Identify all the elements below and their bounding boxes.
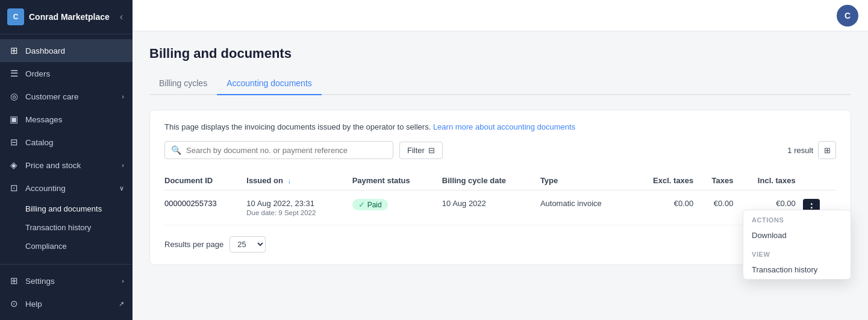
table-header: Document ID Issued on ↓ Payment status B… bbox=[164, 171, 836, 190]
actions-dropdown-menu: ACTIONS Download VIEW Transaction histor… bbox=[743, 210, 851, 280]
sidebar-item-messages[interactable]: ▣ Messages bbox=[0, 108, 133, 131]
col-issued-on[interactable]: Issued on ↓ bbox=[246, 171, 352, 190]
tab-accounting-documents[interactable]: Accounting documents bbox=[217, 74, 322, 95]
settings-icon: ⊞ bbox=[8, 275, 19, 286]
table-row: 000000255733 10 Aug 2022, 23:31 Due date… bbox=[164, 190, 836, 225]
sidebar: C Conrad Marketplace ‹ ⊞ Dashboard ☰ Ord… bbox=[0, 0, 133, 320]
help-icon: ⊙ bbox=[8, 298, 19, 309]
search-icon: 🔍 bbox=[171, 145, 181, 155]
main-content: C Billing and documents Billing cycles A… bbox=[133, 0, 868, 320]
avatar: C bbox=[837, 5, 858, 27]
check-icon: ✓ bbox=[358, 200, 365, 209]
paid-badge: ✓ Paid bbox=[352, 199, 388, 210]
sidebar-item-label: Dashboard bbox=[25, 46, 65, 55]
cell-taxes: €0.00 bbox=[701, 190, 740, 225]
sidebar-item-price-and-stock[interactable]: ◈ Price and stock › bbox=[0, 154, 133, 177]
learn-more-link[interactable]: Learn more about accounting documents bbox=[433, 122, 575, 131]
col-actions bbox=[803, 171, 836, 190]
sidebar-item-accounting[interactable]: ⊡ Accounting ∨ bbox=[0, 177, 133, 199]
chevron-right-icon: › bbox=[122, 93, 124, 100]
sidebar-item-label: Messages bbox=[25, 115, 63, 124]
cell-excl-taxes: €0.00 bbox=[635, 190, 701, 225]
search-input[interactable] bbox=[186, 146, 387, 155]
chevron-right-icon: › bbox=[122, 277, 124, 284]
sidebar-subitem-label: Compliance bbox=[25, 242, 67, 251]
sidebar-item-label: Customer care bbox=[25, 92, 79, 101]
logo-area: C Conrad Marketplace bbox=[7, 8, 110, 25]
data-table: Document ID Issued on ↓ Payment status B… bbox=[164, 171, 836, 225]
sidebar-item-label: Settings bbox=[25, 277, 55, 286]
sidebar-item-orders[interactable]: ☰ Orders bbox=[0, 62, 133, 85]
sidebar-item-catalog[interactable]: ⊟ Catalog bbox=[0, 131, 133, 154]
sidebar-subitem-label: Transaction history bbox=[25, 223, 91, 232]
col-taxes: Taxes bbox=[701, 171, 740, 190]
chevron-down-icon: ∨ bbox=[119, 184, 124, 192]
customer-care-icon: ◎ bbox=[8, 91, 19, 102]
cell-payment-status: ✓ Paid bbox=[352, 190, 442, 225]
sidebar-subitem-compliance[interactable]: Compliance bbox=[0, 237, 133, 256]
col-payment-status: Payment status bbox=[352, 171, 442, 190]
sidebar-header: C Conrad Marketplace ‹ bbox=[0, 0, 133, 34]
sidebar-item-help[interactable]: ⊙ Help ↗ bbox=[0, 292, 133, 315]
result-count: 1 result ⊞ bbox=[787, 141, 836, 159]
dashboard-icon: ⊞ bbox=[8, 45, 19, 56]
pagination-row: Results per page 25 50 100 bbox=[164, 236, 836, 253]
search-box: 🔍 bbox=[164, 141, 393, 159]
results-per-page-label: Results per page bbox=[164, 240, 223, 249]
cell-document-id: 000000255733 bbox=[164, 190, 246, 225]
per-page-select[interactable]: 25 50 100 bbox=[229, 236, 266, 253]
filter-label: Filter bbox=[407, 146, 425, 155]
col-incl-taxes: Incl. taxes bbox=[740, 171, 802, 190]
dropdown-view-label: VIEW bbox=[743, 245, 851, 260]
logo-icon: C bbox=[7, 8, 24, 25]
messages-icon: ▣ bbox=[8, 114, 19, 125]
sidebar-item-dashboard[interactable]: ⊞ Dashboard bbox=[0, 39, 133, 62]
sidebar-subitem-billing-documents[interactable]: Billing and documents bbox=[0, 199, 133, 218]
search-filter-row: 🔍 Filter ⊟ 1 result ⊞ bbox=[164, 141, 836, 159]
cell-billing-cycle-date: 10 Aug 2022 bbox=[442, 190, 540, 225]
sidebar-subitem-transaction-history[interactable]: Transaction history bbox=[0, 218, 133, 237]
tabs: Billing cycles Accounting documents bbox=[149, 74, 851, 95]
card-info-text: This page displays the invoicing documen… bbox=[164, 122, 836, 131]
col-excl-taxes: Excl. taxes bbox=[635, 171, 701, 190]
topbar: C bbox=[133, 0, 868, 31]
catalog-icon: ⊟ bbox=[8, 137, 19, 148]
col-billing-cycle-date: Billing cycle date bbox=[442, 171, 540, 190]
sidebar-footer: ⊞ Settings › ⊙ Help ↗ bbox=[0, 264, 133, 320]
sidebar-item-label: Help bbox=[25, 300, 42, 309]
sort-icon: ↓ bbox=[288, 177, 292, 184]
sidebar-item-label: Orders bbox=[25, 69, 50, 78]
page-title: Billing and documents bbox=[149, 46, 851, 61]
grid-view-button[interactable]: ⊞ bbox=[818, 141, 836, 159]
table-body: 000000255733 10 Aug 2022, 23:31 Due date… bbox=[164, 190, 836, 225]
sidebar-item-label: Catalog bbox=[25, 138, 54, 147]
sidebar-nav: ⊞ Dashboard ☰ Orders ◎ Customer care › ▣… bbox=[0, 34, 133, 264]
dropdown-transaction-history[interactable]: Transaction history bbox=[743, 260, 851, 279]
sidebar-item-label: Accounting bbox=[25, 184, 66, 193]
orders-icon: ☰ bbox=[8, 68, 19, 79]
accounting-icon: ⊡ bbox=[8, 183, 19, 193]
external-link-icon: ↗ bbox=[119, 300, 124, 308]
sidebar-item-label: Price and stock bbox=[25, 161, 81, 170]
sidebar-subitem-label: Billing and documents bbox=[25, 204, 102, 213]
sidebar-collapse-button[interactable]: ‹ bbox=[117, 10, 125, 24]
filter-button[interactable]: Filter ⊟ bbox=[399, 142, 443, 159]
dropdown-download[interactable]: Download bbox=[743, 226, 851, 245]
tab-billing-cycles[interactable]: Billing cycles bbox=[149, 74, 217, 95]
col-type: Type bbox=[540, 171, 635, 190]
dropdown-actions-label: ACTIONS bbox=[743, 210, 851, 226]
sidebar-item-customer-care[interactable]: ◎ Customer care › bbox=[0, 85, 133, 108]
filter-icon: ⊟ bbox=[428, 146, 435, 155]
grid-icon: ⊞ bbox=[824, 146, 831, 155]
cell-issued-on: 10 Aug 2022, 23:31 Due date: 9 Sept 2022 bbox=[246, 190, 352, 225]
col-document-id: Document ID bbox=[164, 171, 246, 190]
sidebar-item-settings[interactable]: ⊞ Settings › bbox=[0, 269, 133, 292]
price-stock-icon: ◈ bbox=[8, 160, 19, 171]
sidebar-title: Conrad Marketplace bbox=[29, 12, 110, 22]
cell-type: Automatic invoice bbox=[540, 190, 635, 225]
chevron-right-icon: › bbox=[122, 162, 124, 169]
